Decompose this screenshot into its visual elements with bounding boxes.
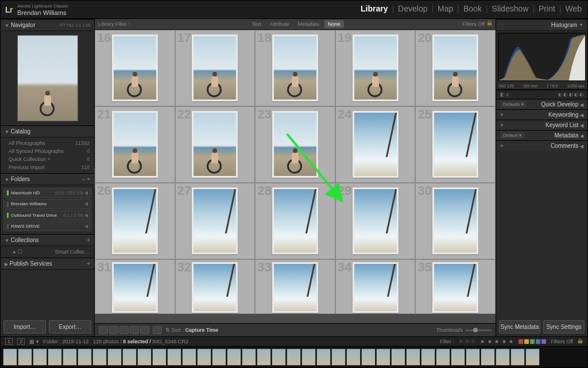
filmstrip-thumb[interactable] xyxy=(242,348,256,366)
catalog-item[interactable]: Quick Collection +8 xyxy=(1,155,94,163)
catalog-header[interactable]: ▼ Catalog xyxy=(1,125,94,137)
filmstrip-thumb[interactable] xyxy=(152,348,167,366)
filmstrip-thumb[interactable] xyxy=(227,348,241,366)
thumbnail-cell[interactable]: 34 xyxy=(335,259,416,314)
sync-metadata-button[interactable]: Sync Metadata xyxy=(499,320,540,334)
thumbnail-cell[interactable]: 17 xyxy=(175,30,256,106)
color-chip[interactable] xyxy=(519,339,523,344)
export-button[interactable]: Export… xyxy=(49,320,91,334)
filmstrip-thumb[interactable] xyxy=(107,348,122,366)
compare-view-icon[interactable] xyxy=(119,326,129,334)
people-view-icon[interactable] xyxy=(140,326,149,334)
filter-tab-attribute[interactable]: Attribute xyxy=(266,20,293,28)
module-develop[interactable]: Develop xyxy=(398,4,427,13)
thumbnail-cell[interactable]: 31 xyxy=(95,259,175,314)
loupe-view-icon[interactable] xyxy=(109,326,118,334)
second-window-icon[interactable]: 1 xyxy=(5,338,13,345)
sync-settings-button[interactable]: Sync Settings xyxy=(543,320,585,334)
painter-icon[interactable] xyxy=(153,326,162,334)
module-library[interactable]: Library xyxy=(361,4,388,13)
module-web[interactable]: Web xyxy=(565,4,582,13)
filmstrip-thumb[interactable] xyxy=(331,348,346,366)
filmstrip-thumb[interactable] xyxy=(466,348,480,366)
module-book[interactable]: Book xyxy=(463,4,482,13)
filter-tab-text[interactable]: Text xyxy=(249,20,265,28)
filmstrip-thumb[interactable] xyxy=(376,348,390,366)
panel-metadata[interactable]: Default ▾Metadata ◀ xyxy=(496,130,587,140)
filter-lock-icon[interactable] xyxy=(578,339,583,345)
thumbnail-cell[interactable]: 21 xyxy=(95,106,175,183)
panel-keywording[interactable]: +Keywording ◀ xyxy=(496,109,587,120)
thumbnail-size[interactable]: Thumbnails xyxy=(436,327,492,333)
filmstrip-thumb[interactable] xyxy=(3,348,17,366)
thumbnail-cell[interactable]: 26 xyxy=(95,183,175,259)
filmstrip-thumb[interactable] xyxy=(346,348,361,366)
thumbnail-cell[interactable]: 30 xyxy=(415,183,496,259)
thumbnail-cell[interactable]: 23 xyxy=(255,106,335,183)
thumbnail-cell[interactable]: 18 xyxy=(255,30,335,106)
module-slideshow[interactable]: Slideshow xyxy=(492,4,529,13)
filmstrip-thumb[interactable] xyxy=(212,348,226,366)
thumbnail-cell[interactable]: 29 xyxy=(335,183,416,259)
color-chip[interactable] xyxy=(530,339,535,344)
breadcrumb[interactable]: Folder : 2019-11-12 128 photos / 8 selec… xyxy=(44,339,188,344)
filmstrip-thumb[interactable] xyxy=(496,348,510,366)
navigator-header[interactable]: ▼ Navigator FIT FILL 1:1 1:16 xyxy=(1,19,94,31)
filmstrip-thumb[interactable] xyxy=(33,348,47,366)
catalog-item[interactable]: All Photographs11392 xyxy=(1,139,94,147)
thumbnail-cell[interactable]: 20 xyxy=(415,30,496,106)
view-mode-switcher[interactable] xyxy=(99,326,149,334)
publish-services-header[interactable]: ▶ Publish Services + xyxy=(1,258,94,270)
filmstrip-thumb[interactable] xyxy=(92,348,107,366)
filmstrip-thumb[interactable] xyxy=(421,348,435,366)
volume-brendan-williams[interactable]: Brendan Williams ◀ xyxy=(3,199,91,209)
second-window-icon-2[interactable]: 2 xyxy=(17,338,25,345)
thumbnail-cell[interactable]: 33 xyxy=(255,259,335,314)
navigator-preview[interactable] xyxy=(1,31,94,125)
thumbnail-cell[interactable]: 32 xyxy=(175,259,256,314)
filmstrip-thumb[interactable] xyxy=(197,348,211,366)
filmstrip-thumb[interactable] xyxy=(391,348,405,366)
thumbnail-cell[interactable]: 19 xyxy=(335,30,416,106)
collections-add[interactable]: + xyxy=(87,237,90,243)
filmstrip-thumb[interactable] xyxy=(18,348,32,366)
color-label-filter[interactable] xyxy=(519,339,546,344)
filmstrip-thumb[interactable] xyxy=(63,348,77,366)
filter-tab-none[interactable]: None xyxy=(324,20,344,28)
filmstrip-thumb[interactable] xyxy=(272,348,286,366)
filmstrip-thumb[interactable] xyxy=(182,348,196,366)
filmstrip[interactable] xyxy=(1,346,587,367)
filmstrip-thumb[interactable] xyxy=(257,348,271,366)
lock-icon[interactable] xyxy=(487,21,492,27)
thumbnail-cell[interactable]: 22 xyxy=(175,106,256,183)
filmstrip-thumb[interactable] xyxy=(436,348,450,366)
filmstrip-thumb[interactable] xyxy=(525,348,540,366)
filmstrip-thumb[interactable] xyxy=(361,348,376,366)
publish-add[interactable]: + xyxy=(87,260,90,267)
volume-macintosh-hd[interactable]: Macintosh HD15.8 / 251 GB ◀ xyxy=(3,188,91,198)
filmstrip-thumb[interactable] xyxy=(406,348,420,366)
folders-header[interactable]: ▼ Folders – + xyxy=(1,173,94,185)
filmstrip-thumb[interactable] xyxy=(122,348,137,366)
panel-quick-develop[interactable]: Defaults ▾Quick Develop ◀ xyxy=(496,99,587,109)
filmstrip-thumb[interactable] xyxy=(510,348,525,366)
import-button[interactable]: Import… xyxy=(3,320,46,334)
filter-tab-metadata[interactable]: Metadata xyxy=(295,20,323,28)
module-print[interactable]: Print xyxy=(539,4,555,13)
volume-outbound-travel-drive[interactable]: Outbound Travel Drive0.1 / 2 TB ◀ xyxy=(3,210,91,220)
thumbnail-cell[interactable]: 16 xyxy=(95,30,175,106)
filters-off-toggle[interactable]: Filters Off xyxy=(462,21,485,27)
histogram-header[interactable]: Histogram ▼ xyxy=(496,19,587,31)
catalog-item[interactable]: Previous Import318 xyxy=(1,163,94,171)
module-map[interactable]: Map xyxy=(438,4,453,13)
filmstrip-thumb[interactable] xyxy=(287,348,301,366)
volume-raws-drive[interactable]: RAWS DRIVE ◀ xyxy=(3,221,91,231)
filters-off-status[interactable]: Filters Off xyxy=(551,339,573,344)
panel-keyword-list[interactable]: +Keyword List ◀ xyxy=(496,120,587,130)
filmstrip-thumb[interactable] xyxy=(78,348,92,366)
painter-flag-tools[interactable] xyxy=(153,326,162,334)
thumbnail-cell[interactable]: 25 xyxy=(415,106,496,183)
thumbnail-cell[interactable]: 35 xyxy=(415,259,496,314)
color-chip[interactable] xyxy=(536,339,540,344)
thumbnail-cell[interactable]: 27 xyxy=(175,183,256,259)
